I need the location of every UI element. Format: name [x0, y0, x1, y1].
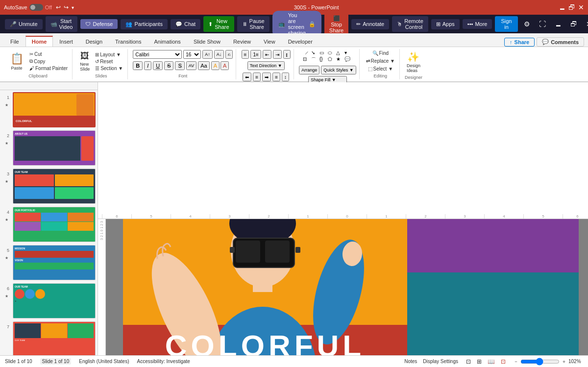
tab-insert[interactable]: Insert [53, 36, 79, 47]
participants-button[interactable]: 👥 Participants [121, 19, 167, 29]
font-size-select[interactable]: 16 [183, 50, 201, 59]
select-button[interactable]: ⬚ Select ▼ [367, 66, 394, 72]
tab-animations[interactable]: Animations [147, 36, 187, 47]
tab-file[interactable]: File [4, 36, 25, 47]
slide-panel[interactable]: 1 ★ COLORFUL 2 [0, 90, 98, 355]
font-color-btn[interactable]: A [220, 61, 229, 70]
normal-view-btn[interactable]: ⊡ [464, 358, 473, 366]
close-btn[interactable]: ✕ [578, 3, 584, 11]
slide-show-btn[interactable]: ⊡ [499, 358, 508, 366]
zoom-out-btn[interactable]: － [514, 358, 518, 365]
teams-restore-icon[interactable]: 🗗 [567, 19, 580, 29]
defense-button[interactable]: 🛡 Defense [80, 19, 118, 29]
slide-thumb-7[interactable]: 7 OUR TEAM [2, 321, 96, 355]
slide-preview-6[interactable]: OUR TEAM ★ [13, 283, 96, 318]
font-name-select[interactable]: Calibri [133, 50, 182, 59]
settings-icon[interactable]: ⚙ [521, 19, 533, 29]
reset-button[interactable]: ↺ Reset [94, 58, 124, 65]
notes-button[interactable]: Notes [404, 359, 417, 364]
language-indicator[interactable]: English (United States) [79, 359, 129, 364]
slide-preview-5[interactable]: MISSION VISION [13, 245, 96, 280]
section-button[interactable]: ☰ Section ▼ [94, 65, 124, 72]
main-slide[interactable]: COLORFUL POWERPOINT PRESENTATION [123, 219, 579, 355]
stop-share-button[interactable]: ⬛ Stop Share [324, 14, 348, 35]
clear-format-btn[interactable]: ⎌ [225, 50, 233, 59]
annotate-button[interactable]: ✏ Annotate [351, 19, 389, 29]
slide-thumb-1[interactable]: 1 ★ COLORFUL [2, 92, 96, 127]
fullscreen-icon[interactable]: ⛶ [536, 19, 549, 29]
triangle-shape[interactable]: △ [336, 50, 344, 56]
bracket-shape[interactable]: {} [319, 56, 327, 63]
teams-minimize-icon[interactable]: 🗕 [552, 19, 564, 29]
slide-thumb-2[interactable]: 2 ★ ABOUT US [2, 130, 96, 166]
autosave-control[interactable]: AutoSave Off [4, 4, 52, 11]
remote-control-button[interactable]: 🖱 Remote Control [392, 16, 428, 32]
more-shapes[interactable]: ▾ [344, 50, 352, 56]
chat-button[interactable]: 💬 Chat [171, 19, 200, 29]
slide-preview-3[interactable]: OUR TEAM [13, 169, 96, 204]
display-settings-button[interactable]: Display Settings [423, 359, 458, 364]
restore-btn[interactable]: 🗗 [568, 3, 575, 11]
line-shape[interactable]: ⟋ [303, 50, 311, 56]
design-ideas-button[interactable]: ✨ DesignIdeas [405, 50, 422, 74]
highlight-color-btn[interactable]: A [211, 61, 220, 70]
bullets-btn[interactable]: ≡ [242, 50, 249, 59]
slide-sorter-btn[interactable]: ⊞ [475, 358, 484, 366]
textbox-shape[interactable]: ⊡ [303, 56, 311, 63]
paste-button[interactable]: 📋 Paste [7, 51, 26, 72]
zoom-slider[interactable] [520, 359, 560, 364]
star-shape[interactable]: ★ [336, 56, 344, 63]
zoom-in-btn[interactable]: ＋ [562, 358, 566, 365]
decrease-indent-btn[interactable]: ⇤ [263, 50, 271, 59]
change-case-btn[interactable]: Aa [198, 61, 209, 70]
minimize-btn[interactable]: 🗕 [559, 3, 565, 11]
italic-button[interactable]: I [144, 61, 151, 70]
bold-button[interactable]: B [133, 61, 143, 70]
cut-button[interactable]: ✂ Cut [28, 51, 69, 57]
redo-btn[interactable]: ↪ [64, 4, 69, 11]
line-spacing-btn[interactable]: ↕ [282, 73, 289, 81]
rect-shape[interactable]: ▭ [319, 50, 327, 56]
undo-btn[interactable]: ↩ [56, 4, 61, 11]
arrange-btn[interactable]: Arrange [299, 66, 319, 74]
start-video-button[interactable]: 📹 Start Video [46, 16, 78, 32]
apps-button[interactable]: ⊞ Apps [431, 19, 460, 29]
slide-preview-1[interactable]: COLORFUL [13, 92, 96, 127]
slide-preview-7[interactable]: OUR TEAM [13, 321, 96, 355]
find-button[interactable]: 🔍 Find [371, 50, 390, 56]
layout-button[interactable]: ⊞ Layout ▼ [94, 51, 124, 58]
replace-button[interactable]: ⇄ Replace ▼ [365, 58, 396, 64]
comments-button[interactable]: 💬 Comments [537, 37, 584, 47]
more-button[interactable]: ••• More [463, 19, 492, 29]
autosave-toggle[interactable] [29, 4, 43, 11]
decrease-font-btn[interactable]: A↓ [214, 50, 224, 59]
tab-slide-show[interactable]: Slide Show [187, 36, 227, 47]
sign-in-button[interactable]: Sign in [495, 16, 517, 32]
slide-preview-4[interactable]: OUR PORTFOLIO [13, 207, 96, 242]
accessibility-btn[interactable]: Accessibility: Investigate [137, 359, 190, 364]
tab-transitions[interactable]: Transitions [109, 36, 147, 47]
justify-btn[interactable]: ≡ [272, 73, 280, 81]
slide-thumb-6[interactable]: 6 ★ OUR TEAM ★ [2, 283, 96, 318]
tab-review[interactable]: Review [227, 36, 257, 47]
tab-developer[interactable]: Developer [282, 36, 319, 47]
pause-share-button[interactable]: ⏸ Pause Share [237, 16, 270, 32]
align-left-btn[interactable]: ⬅ [243, 73, 251, 81]
increase-font-btn[interactable]: A↑ [202, 50, 213, 59]
callout-shape[interactable]: 💬 [344, 56, 352, 63]
tab-home[interactable]: Home [25, 36, 53, 47]
slide-thumb-5[interactable]: 5 ★ MISSION VISION [2, 245, 96, 280]
shadow-button[interactable]: S [175, 61, 184, 70]
columns-btn[interactable]: ⫿ [283, 50, 291, 59]
increase-indent-btn[interactable]: ⇥ [273, 50, 282, 59]
underline-button[interactable]: U [153, 61, 163, 70]
tab-design[interactable]: Design [79, 36, 109, 47]
zoom-percent[interactable]: 102% [568, 359, 583, 364]
slide-canvas[interactable]: 3 2 1 0 1 2 3 [98, 219, 588, 355]
text-direction-btn[interactable]: Text Direction ▼ [247, 61, 285, 70]
slide-preview-2[interactable]: ABOUT US [13, 130, 96, 166]
arrow-shape[interactable]: ➘ [311, 50, 319, 56]
teams-close-icon[interactable]: ✕ [583, 19, 588, 29]
tab-view[interactable]: View [257, 36, 282, 47]
numbering-btn[interactable]: 1≡ [250, 50, 261, 59]
